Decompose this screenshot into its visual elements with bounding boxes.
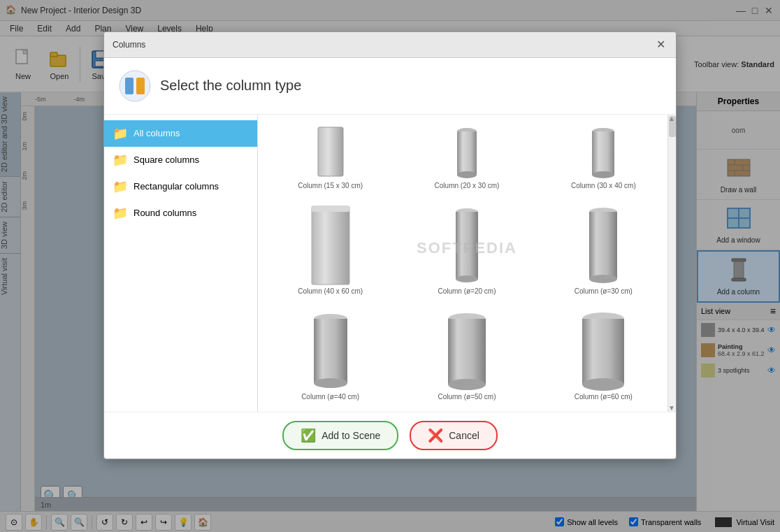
svg-point-41 bbox=[457, 171, 477, 178]
folder-icon: 📁 bbox=[113, 152, 128, 168]
svg-rect-36 bbox=[125, 78, 133, 94]
add-icon: ✅ bbox=[301, 428, 316, 443]
dialog-header-title: Select the column type bbox=[160, 78, 301, 94]
svg-rect-57 bbox=[448, 319, 486, 384]
dialog-sidebar: 📁 All columns 📁 Square columns 📁 Rectang… bbox=[104, 115, 258, 412]
dialog-close-button[interactable]: ✕ bbox=[653, 38, 667, 52]
dialog-overlay: Columns ✕ Select the column type 📁 All c… bbox=[0, 0, 780, 532]
column-item[interactable]: Column (ø=60 cm) bbox=[537, 303, 670, 406]
category-label: Rectangular columns bbox=[133, 181, 219, 192]
column-item[interactable]: Column (ø=40 cm) bbox=[263, 303, 397, 406]
column-item[interactable]: Column (20 x 30 cm) bbox=[400, 120, 533, 195]
svg-rect-37 bbox=[136, 78, 145, 94]
column-label: Column (40 x 60 cm) bbox=[298, 287, 363, 295]
column-label: Column (ø=60 cm) bbox=[575, 393, 633, 401]
category-label: Square columns bbox=[133, 154, 199, 165]
category-label: Round columns bbox=[133, 208, 196, 218]
cancel-button[interactable]: ❌ Cancel bbox=[410, 421, 498, 450]
column-label: Column (ø=40 cm) bbox=[301, 393, 359, 401]
columns-dialog: Columns ✕ Select the column type 📁 All c… bbox=[103, 31, 677, 459]
column-40x60-svg bbox=[299, 203, 362, 287]
column-30x40-svg bbox=[575, 126, 631, 182]
svg-point-58 bbox=[448, 379, 486, 390]
dialog-header: Select the column type bbox=[104, 58, 676, 115]
folder-icon: 📁 bbox=[113, 179, 128, 194]
folder-icon: 📁 bbox=[113, 126, 128, 141]
column-label: Column (15 x 30 cm) bbox=[298, 182, 363, 189]
scroll-up-arrow[interactable]: ▲ bbox=[667, 115, 676, 122]
column-item[interactable]: Column (30 x 40 cm) bbox=[537, 120, 670, 195]
svg-point-55 bbox=[314, 378, 347, 388]
column-label: Column (ø=20 cm) bbox=[438, 287, 496, 295]
svg-rect-46 bbox=[312, 206, 349, 212]
column-item[interactable]: Column (ø=20 cm) bbox=[400, 198, 533, 301]
category-label: All columns bbox=[133, 128, 180, 138]
svg-rect-54 bbox=[314, 319, 347, 383]
svg-rect-38 bbox=[318, 127, 343, 176]
svg-point-35 bbox=[120, 71, 150, 101]
category-all-columns[interactable]: 📁 All columns bbox=[104, 120, 257, 147]
column-d40-svg bbox=[299, 309, 362, 393]
dialog-header-icon bbox=[118, 69, 152, 103]
dialog-title-bar: Columns ✕ bbox=[104, 32, 676, 58]
column-label: Column (20 x 30 cm) bbox=[435, 182, 500, 189]
column-d30-svg bbox=[572, 203, 635, 287]
column-label: Column (ø=30 cm) bbox=[575, 287, 633, 295]
dialog-title: Columns bbox=[113, 40, 653, 50]
svg-point-49 bbox=[456, 275, 478, 282]
dialog-content: 📁 All columns 📁 Square columns 📁 Rectang… bbox=[104, 115, 676, 412]
cancel-button-label: Cancel bbox=[449, 430, 479, 441]
svg-rect-43 bbox=[592, 131, 614, 175]
columns-grid: Column (15 x 30 cm) Column (20 x 30 cm) bbox=[258, 115, 676, 412]
cancel-icon: ❌ bbox=[428, 428, 443, 443]
column-item[interactable]: Column (40 x 60 cm) bbox=[263, 198, 397, 301]
category-round[interactable]: 📁 Round columns bbox=[104, 200, 257, 227]
dialog-footer: ✅ Add to Scene ❌ Cancel bbox=[104, 412, 676, 459]
svg-point-61 bbox=[582, 378, 624, 391]
column-label: Column (ø=50 cm) bbox=[438, 393, 496, 401]
column-20x30-svg bbox=[439, 126, 495, 182]
column-item[interactable]: Column (15 x 30 cm) bbox=[263, 120, 397, 195]
scroll-down-arrow[interactable]: ▼ bbox=[667, 404, 676, 412]
add-button-label: Add to Scene bbox=[322, 430, 380, 441]
column-item[interactable]: Column (ø=30 cm) bbox=[537, 198, 670, 301]
column-d20-svg bbox=[435, 203, 498, 287]
category-rectangular[interactable]: 📁 Rectangular columns bbox=[104, 173, 257, 200]
svg-rect-51 bbox=[589, 212, 617, 279]
svg-rect-60 bbox=[582, 319, 624, 384]
folder-icon: 📁 bbox=[113, 206, 128, 221]
column-d60-svg bbox=[572, 309, 635, 393]
column-label: Column (30 x 40 cm) bbox=[571, 182, 636, 189]
scrollbar-track[interactable]: ▲ ▼ bbox=[667, 115, 676, 412]
svg-rect-48 bbox=[456, 212, 478, 279]
category-square[interactable]: 📁 Square columns bbox=[104, 147, 257, 173]
svg-rect-40 bbox=[457, 131, 477, 175]
svg-point-52 bbox=[589, 275, 617, 283]
svg-point-44 bbox=[592, 171, 614, 178]
column-item[interactable]: Column (ø=50 cm) bbox=[400, 303, 533, 406]
svg-rect-45 bbox=[312, 206, 349, 285]
column-d50-svg bbox=[435, 309, 498, 393]
column-15x30-svg bbox=[303, 126, 359, 182]
add-to-scene-button[interactable]: ✅ Add to Scene bbox=[282, 421, 398, 450]
